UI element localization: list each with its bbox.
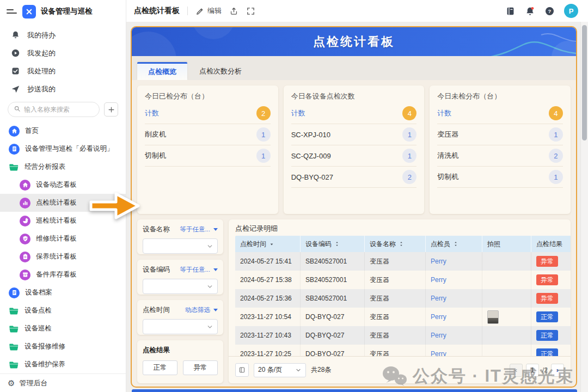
sidebar-nav-item-5[interactable]: 巡检统计看板 <box>0 212 126 230</box>
result-badge: 正常 <box>536 311 558 322</box>
topbar: 点检统计看板 编辑 ? P <box>126 0 588 22</box>
sidebar-nav-item-7[interactable]: 保养统计看板 <box>0 248 126 266</box>
table-row[interactable]: 2023-11-27 10:43 DQ-BYQ-027 变压器 Perry 正常 <box>235 326 571 345</box>
cell-result: 正常 <box>531 326 571 345</box>
chevron-down-icon <box>206 323 213 330</box>
stat-row[interactable]: 计数 4 <box>437 103 563 124</box>
sidebar-nav-item-8[interactable]: 备件库存看板 <box>0 266 126 284</box>
sidebar-item-cc[interactable]: 抄送我的 <box>0 80 126 98</box>
nav-item-label: 设备报修维修 <box>24 342 65 351</box>
stat-row[interactable]: 切制机 1 <box>437 167 563 188</box>
share-icon[interactable] <box>229 7 238 16</box>
current-page[interactable]: 1 <box>526 364 539 377</box>
result-badge: 正常 <box>536 330 558 341</box>
stat-label: 变压器 <box>437 130 458 139</box>
filter-operator[interactable]: 动态筛选 <box>185 306 210 314</box>
table-row[interactable]: 2024-05-27 15:36 SB240527001 变压器 Perry 异… <box>235 289 571 308</box>
filter-operator[interactable]: 等于任意... <box>180 266 210 274</box>
sidebar-nav-item-10[interactable]: 设备点检 <box>0 302 126 320</box>
sidebar-nav-item-1[interactable]: 设备管理与巡检「必看说明」 <box>0 140 126 158</box>
table-header-row: 点检时间 设备编码 设备名称 点检员 拍照 点检结果 <box>235 236 571 252</box>
cell-code: SB240527001 <box>301 271 365 289</box>
column-header-1[interactable]: 设备编码 <box>301 236 365 252</box>
stat-row[interactable]: 清洗机 2 <box>437 145 563 167</box>
sidebar-item-processed[interactable]: 我处理的 <box>0 62 126 80</box>
page-size-select[interactable]: 20 条/页 <box>254 363 306 377</box>
stat-row[interactable]: 变压器 1 <box>437 124 563 145</box>
filter-select[interactable] <box>143 238 218 254</box>
filter-card-1: 设备编码 等于任意... <box>137 260 223 295</box>
dashboard-title: 点检统计看板 <box>313 34 395 50</box>
photo-thumbnail[interactable] <box>487 310 499 324</box>
manual-book-icon[interactable] <box>505 6 516 16</box>
prev-page-button[interactable]: ‹ <box>510 364 523 377</box>
collapse-sidebar-icon[interactable] <box>7 6 17 17</box>
inspector-link[interactable]: Perry <box>431 313 446 321</box>
nav-item-label: 设备动态看板 <box>36 180 77 189</box>
vertical-scrollbar[interactable] <box>580 22 588 392</box>
inspector-link[interactable]: Perry <box>431 258 446 265</box>
sidebar-item-bell[interactable]: 我的待办 <box>0 26 126 44</box>
column-header-2[interactable]: 设备名称 <box>365 236 426 252</box>
folder-icon <box>9 360 19 369</box>
inspector-link[interactable]: Perry <box>431 295 446 302</box>
doc-icon <box>9 287 20 298</box>
column-header-4[interactable]: 拍照 <box>482 236 531 252</box>
nav-item-label: 经营分析报表 <box>24 162 65 171</box>
help-icon[interactable]: ? <box>544 6 555 16</box>
stat-row[interactable]: SC-XPJ-010 1 <box>291 124 417 145</box>
export-table-button[interactable] <box>235 363 249 377</box>
cell-inspector: Perry <box>426 252 482 271</box>
table-row[interactable]: 2024-05-27 15:41 SB240527001 变压器 Perry 异… <box>235 252 571 271</box>
fullscreen-icon[interactable] <box>246 7 255 16</box>
inspector-link[interactable]: Perry <box>431 276 446 284</box>
inspector-link[interactable]: Perry <box>431 332 446 339</box>
notification-bell-icon[interactable] <box>525 6 535 16</box>
stat-card-title: 今日已检分布（台） <box>145 91 271 101</box>
column-header-0[interactable]: 点检时间 <box>235 236 301 252</box>
sidebar-item-initiated[interactable]: 我发起的 <box>0 44 126 62</box>
edit-button[interactable]: 编辑 <box>195 6 222 16</box>
result-filter-button[interactable]: 异常 <box>183 360 218 375</box>
column-header-5[interactable]: 点检结果 <box>531 236 571 252</box>
table-row[interactable]: 2023-11-27 10:54 DQ-BYQ-027 变压器 Perry 正常 <box>235 308 571 326</box>
main-area: 点检统计看板 点检概览 点检次数分析 今日已检分布（台） 计数 2 削皮机 1 … <box>126 22 588 392</box>
sidebar-header: 设备管理与巡检 <box>0 0 126 23</box>
column-header-3[interactable]: 点检员 <box>426 236 482 252</box>
sidebar-nav-item-12[interactable]: 设备报修维修 <box>0 338 126 356</box>
sidebar-nav-item-3[interactable]: 设备动态看板 <box>0 176 126 194</box>
stat-row[interactable]: 削皮机 1 <box>145 124 271 145</box>
user-avatar[interactable]: P <box>564 4 578 18</box>
sort-icon[interactable] <box>269 241 274 247</box>
sidebar-nav-item-11[interactable]: 设备巡检 <box>0 320 126 338</box>
filter-select[interactable] <box>143 319 218 334</box>
scrollbar-thumb[interactable] <box>582 25 587 140</box>
next-page-button[interactable]: › <box>551 364 564 377</box>
nav-item-label: 设备管理与巡检「必看说明」 <box>25 144 114 154</box>
stat-row[interactable]: 切制机 1 <box>145 145 271 167</box>
sort-icon[interactable] <box>453 241 458 247</box>
sidebar-item-admin-console[interactable]: ⚙ 管理后台 <box>0 373 126 392</box>
stat-row[interactable]: 计数 2 <box>145 103 271 124</box>
tab-0[interactable]: 点检概览 <box>137 62 187 80</box>
sidebar-nav-item-13[interactable]: 设备维护保养 <box>0 356 126 373</box>
filter-select[interactable] <box>143 279 218 294</box>
sidebar-nav-item-2[interactable]: 经营分析报表 <box>0 158 126 176</box>
column-label: 设备名称 <box>370 240 396 249</box>
sidebar-nav-item-6[interactable]: 维修统计看板 <box>0 230 126 248</box>
sidebar-nav-item-9[interactable]: 设备档案 <box>0 284 126 302</box>
filter-operator[interactable]: 等于任意... <box>180 225 210 234</box>
sort-icon[interactable] <box>334 241 340 247</box>
sidebar-nav-item-4[interactable]: 点检统计看板 <box>0 194 126 212</box>
sidebar-search-input[interactable] <box>24 106 94 113</box>
sort-icon[interactable] <box>399 241 404 247</box>
add-button[interactable] <box>104 102 118 117</box>
result-filter-button[interactable]: 正常 <box>143 360 177 375</box>
stat-row[interactable]: 计数 4 <box>291 103 417 124</box>
stat-row[interactable]: DQ-BYQ-027 2 <box>291 167 417 188</box>
sidebar-nav-item-0[interactable]: 首页 <box>0 122 126 140</box>
table-row[interactable]: 2024-05-27 15:38 SB240527001 变压器 Perry 异… <box>235 271 571 289</box>
tab-1[interactable]: 点检次数分析 <box>188 62 253 80</box>
sidebar-search-box[interactable] <box>8 102 100 117</box>
stat-row[interactable]: SC-QZJ-009 1 <box>291 145 417 167</box>
